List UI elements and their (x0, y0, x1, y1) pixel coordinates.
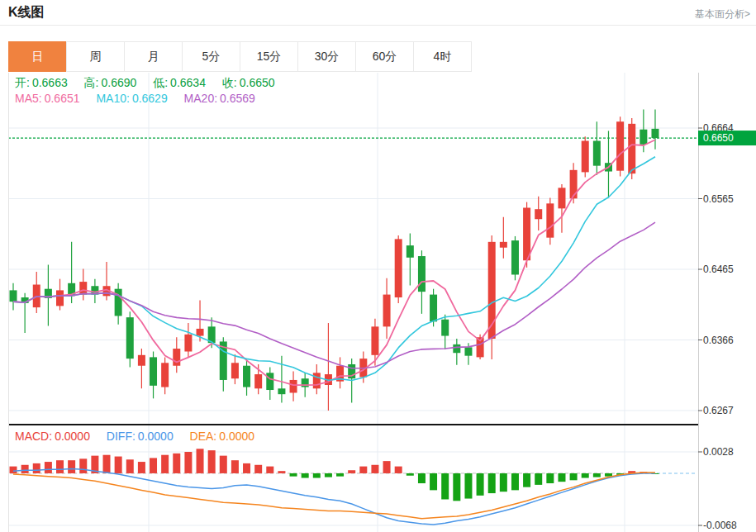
price-axis-label: 0.6267 (703, 405, 734, 416)
header-divider (0, 25, 756, 26)
macd-histogram-bar (231, 460, 239, 473)
high-value: 高:0.6690 (84, 76, 137, 89)
candle-body (535, 209, 542, 219)
macd-histogram-bar (254, 465, 262, 473)
macd-histogram-bar (173, 454, 180, 473)
tab-day[interactable]: 日 (8, 41, 67, 72)
ma20-value: MA20:0.6569 (184, 92, 255, 105)
fundamental-analysis-link[interactable]: 基本面分析> (695, 7, 750, 21)
macd-histogram-bar (558, 473, 565, 482)
kline-page: 0.66640.65650.64650.63660.62670.66500.00… (0, 0, 756, 532)
macd-value: MACD:0.0000 (15, 430, 90, 443)
macd-histogram-bar (56, 460, 64, 473)
tab-5min[interactable]: 5分 (182, 41, 240, 72)
macd-histogram-bar (500, 473, 507, 492)
candle-body (184, 335, 192, 352)
candle-body (593, 141, 601, 166)
candle-body (290, 380, 297, 393)
macd-histogram-bar (243, 463, 250, 473)
tab-week[interactable]: 周 (66, 41, 125, 72)
macd-histogram-bar (220, 456, 227, 473)
candle-body (511, 240, 519, 274)
price-axis-label: 0.6565 (703, 193, 734, 205)
macd-histogram-bar (371, 465, 378, 473)
price-axis-label: 0.6465 (703, 264, 734, 275)
macd-histogram-bar (464, 473, 472, 499)
macd-histogram-bar (523, 473, 530, 487)
macd-axis-label: -0.0068 (703, 520, 737, 531)
macd-histogram-bar (453, 473, 460, 501)
period-tabs: 日 周 月 5分 15分 30分 60分 4时 (8, 41, 472, 72)
macd-histogram-bar (278, 471, 285, 473)
macd-histogram-bar (325, 473, 332, 477)
macd-histogram-bar (395, 467, 402, 473)
open-value: 开:0.6663 (15, 76, 68, 89)
candle-body (254, 374, 262, 388)
candle-body (651, 129, 659, 138)
candle-body (395, 239, 402, 297)
tab-month[interactable]: 月 (124, 41, 183, 72)
macd-histogram-bar (184, 452, 192, 473)
candle-body (173, 349, 180, 366)
macd-histogram-bar (488, 473, 496, 493)
macd-histogram-bar (383, 461, 391, 473)
macd-histogram-bar (593, 473, 601, 477)
candle-body (464, 347, 472, 355)
candle-body (313, 373, 321, 388)
macd-histogram-bar (115, 457, 122, 473)
candle-body (558, 188, 565, 208)
macd-histogram-bar (570, 473, 578, 480)
candle-body (138, 355, 145, 366)
candle-body (418, 256, 426, 292)
macd-histogram-bar (477, 473, 484, 496)
tab-30min[interactable]: 30分 (297, 41, 356, 72)
macd-histogram-bar (290, 473, 297, 477)
candle-body (628, 124, 635, 173)
macd-histogram-bar (79, 458, 87, 473)
tab-4hour[interactable]: 4时 (413, 41, 472, 72)
macd-histogram-bar (138, 462, 145, 473)
macd-histogram-bar (10, 467, 17, 473)
current-price-tag-label: 0.6650 (703, 132, 734, 144)
candle-body (79, 282, 87, 295)
diff-value: DIFF:0.0000 (107, 430, 174, 443)
macd-legend: MACD:0.0000 DIFF:0.0000 DEA:0.0000 (15, 430, 268, 443)
candle-body (430, 295, 437, 322)
macd-histogram-bar (430, 473, 437, 490)
ma5-value: MA5:0.6651 (15, 92, 80, 105)
dea-value: DEA:0.0000 (190, 430, 255, 443)
ma10-value: MA10:0.6629 (96, 92, 167, 105)
candle-body (266, 373, 273, 390)
macd-histogram-bar (68, 460, 75, 473)
macd-histogram-bar (605, 473, 612, 477)
macd-histogram-bar (441, 473, 449, 500)
candle-body (231, 363, 239, 378)
candle-body (197, 329, 204, 336)
candle-body (441, 320, 449, 336)
macd-histogram-bar (348, 470, 355, 473)
macd-axis-label: 0.0028 (703, 446, 734, 458)
macd-histogram-bar (359, 467, 367, 473)
candle-body (10, 290, 17, 302)
macd-histogram-bar (418, 473, 426, 483)
macd-histogram-bar (21, 465, 29, 473)
macd-histogram-bar (511, 473, 519, 490)
candle-body (582, 141, 589, 173)
candle-body (500, 242, 507, 248)
ma5-line (13, 140, 655, 385)
macd-histogram-bar (103, 455, 111, 473)
ohlc-legend: 开:0.6663 高:0.6690 低:0.6634 收:0.6650 (15, 76, 288, 91)
macd-histogram-bar (33, 463, 40, 473)
candle-body (278, 388, 285, 394)
candle-body (150, 357, 157, 385)
macd-histogram-bar (266, 467, 273, 473)
macd-histogram-bar (313, 473, 321, 478)
macd-histogram-bar (208, 450, 216, 473)
candle-body (640, 130, 647, 145)
candle-body (616, 121, 624, 170)
candle-body (453, 344, 460, 353)
price-axis-label: 0.6366 (703, 335, 734, 346)
tab-60min[interactable]: 60分 (355, 41, 414, 72)
tab-15min[interactable]: 15分 (240, 41, 298, 72)
macd-histogram-bar (302, 473, 309, 478)
